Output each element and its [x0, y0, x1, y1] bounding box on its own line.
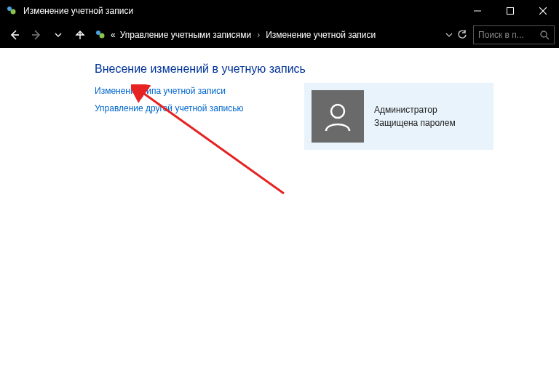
address-dropdown[interactable] — [441, 30, 472, 40]
avatar — [312, 90, 364, 143]
minimize-button[interactable] — [461, 0, 493, 22]
search-input[interactable]: Поиск в п... — [473, 25, 555, 44]
forward-button[interactable] — [26, 25, 47, 45]
up-button[interactable] — [70, 25, 90, 45]
svg-point-11 — [541, 31, 547, 37]
page-title: Внесение изменений в учетную запись — [95, 63, 533, 76]
content-area: Внесение изменений в учетную запись Изме… — [0, 48, 559, 392]
recent-locations-button[interactable] — [48, 25, 68, 45]
app-icon — [6, 5, 17, 17]
chevron-down-icon — [445, 31, 453, 39]
svg-point-13 — [331, 105, 344, 118]
titlebar: Изменение учетной записи — [0, 0, 559, 22]
back-button[interactable] — [4, 25, 25, 45]
account-status: Защищена паролем — [374, 116, 456, 129]
refresh-icon[interactable] — [457, 30, 467, 40]
window-controls — [461, 0, 559, 22]
breadcrumb-item-manage[interactable]: Управление учетными записями — [120, 30, 251, 40]
search-placeholder: Поиск в п... — [478, 30, 536, 40]
chevron-right-icon: › — [255, 30, 261, 40]
account-role: Администратор — [374, 103, 456, 116]
svg-point-10 — [100, 33, 105, 39]
maximize-button[interactable] — [493, 0, 526, 22]
account-info: Администратор Защищена паролем — [374, 103, 456, 129]
svg-point-1 — [11, 9, 16, 15]
close-button[interactable] — [526, 0, 559, 22]
svg-rect-3 — [507, 8, 513, 15]
account-card[interactable]: Администратор Защищена паролем — [304, 83, 493, 150]
search-icon — [540, 31, 550, 40]
breadcrumb-root[interactable]: « — [111, 30, 116, 40]
user-accounts-icon — [95, 29, 106, 41]
breadcrumb[interactable]: « Управление учетными записями › Изменен… — [92, 25, 440, 45]
breadcrumb-item-change[interactable]: Изменение учетной записи — [266, 30, 376, 40]
navbar: « Управление учетными записями › Изменен… — [0, 22, 559, 48]
svg-line-12 — [546, 36, 549, 39]
window-title: Изменение учетной записи — [23, 6, 461, 16]
user-icon — [320, 99, 355, 134]
